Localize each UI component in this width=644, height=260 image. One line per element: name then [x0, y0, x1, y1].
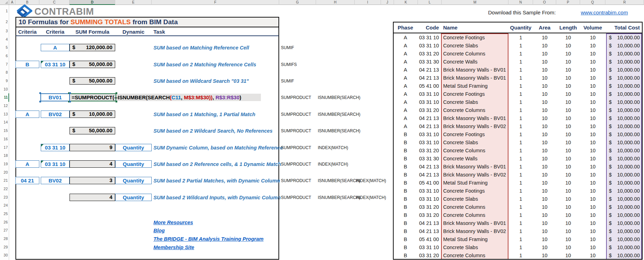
cell-code[interactable]: 04 21 13	[418, 66, 440, 74]
cell-volume[interactable]: 10	[580, 155, 605, 163]
cell-total-cost[interactable]: $10,000.00	[605, 131, 643, 139]
cell-volume[interactable]: 10	[580, 252, 605, 260]
cell-name[interactable]: Brick Masonry Walls - BV02	[440, 227, 508, 235]
function-annotation[interactable]: INDEX(MATCH)	[318, 162, 348, 167]
table-row[interactable]: A03 31 20Concrete Columns1101010$10,000.…	[393, 106, 643, 114]
row-header-10[interactable]: 10	[0, 85, 8, 94]
cell-code[interactable]: 04 21 13	[418, 74, 440, 82]
cell-name[interactable]: Concrete Footings	[440, 34, 508, 42]
function-annotation[interactable]: SUMIF	[281, 79, 294, 84]
cell-volume[interactable]: 10	[580, 227, 605, 235]
cell-code[interactable]: 04 21 13	[418, 163, 440, 171]
row-header-23[interactable]: 23	[0, 193, 8, 202]
cell-code[interactable]: 03 31 10	[418, 34, 440, 42]
cell-phase[interactable]: B	[393, 244, 418, 252]
cell-length[interactable]: 10	[556, 58, 580, 66]
function-annotation[interactable]: ISNUMBER(SEARCH)	[318, 195, 360, 200]
cell-code[interactable]: 03 31 10	[418, 42, 440, 50]
cell-area[interactable]: 10	[533, 155, 556, 163]
row-header-17[interactable]: 17	[0, 144, 8, 152]
function-annotation[interactable]: SUMPRODUCT	[281, 162, 311, 167]
cell-volume[interactable]: 10	[580, 42, 605, 50]
row-header-20[interactable]: 20	[0, 168, 8, 177]
cell-name[interactable]: Concrete Footings	[440, 187, 508, 195]
cell-name[interactable]: Concrete Footings	[440, 90, 508, 98]
cell-phase[interactable]: B	[393, 171, 418, 179]
cell-quantity[interactable]: 1	[508, 203, 533, 211]
cell-volume[interactable]: 10	[580, 34, 605, 42]
function-annotation[interactable]: SUMIF	[281, 45, 294, 50]
task-text[interactable]: SUM Dynamic Column, based on Matching Re…	[153, 144, 283, 151]
cell-phase[interactable]: B	[393, 203, 418, 211]
cell-area[interactable]: 10	[533, 195, 556, 203]
cell-name[interactable]: Concrete Slabs	[440, 42, 508, 50]
function-annotation[interactable]: SUMPRODUCT	[281, 128, 311, 133]
row-header-5[interactable]: 5	[0, 44, 8, 52]
cell-area[interactable]: 10	[533, 179, 556, 187]
column-header-Q[interactable]: Q	[580, 0, 605, 5]
function-annotation[interactable]: INDEX(MATCH)	[318, 145, 348, 150]
cell-length[interactable]: 10	[556, 74, 580, 82]
row-header-15[interactable]: 15	[0, 127, 8, 135]
cell-area[interactable]: 10	[533, 147, 556, 155]
cell-quantity[interactable]: 1	[508, 187, 533, 195]
column-header-J[interactable]: J	[381, 0, 394, 5]
function-annotation[interactable]: INDEX(MATCH)	[356, 195, 386, 200]
criteria2-cell[interactable]: 03 31 10	[41, 61, 70, 68]
cell-area[interactable]: 10	[533, 106, 556, 114]
cell-quantity[interactable]: 1	[508, 122, 533, 131]
table-row[interactable]: B03 31 20Concrete Columns1101010$10,000.…	[393, 211, 643, 219]
function-annotation[interactable]: ISNUMBER(SEARCH)	[318, 178, 360, 183]
cell-phase[interactable]: A	[393, 82, 418, 90]
cell-length[interactable]: 10	[556, 42, 580, 50]
column-header-R[interactable]: R	[605, 0, 644, 5]
cell-phase[interactable]: A	[393, 34, 418, 42]
cell-total-cost[interactable]: $10,000.00	[605, 147, 643, 155]
cell-length[interactable]: 10	[556, 131, 580, 139]
cell-length[interactable]: 10	[556, 211, 580, 219]
cell-quantity[interactable]: 1	[508, 219, 533, 227]
table-row[interactable]: A04 21 13Brick Masonry Walls - BV0111010…	[393, 74, 643, 82]
cell-area[interactable]: 10	[533, 244, 556, 252]
cell-length[interactable]: 10	[556, 106, 580, 114]
cell-total-cost[interactable]: $10,000.00	[605, 235, 643, 244]
cell-phase[interactable]: B	[393, 139, 418, 147]
cell-quantity[interactable]: 1	[508, 179, 533, 187]
cell-length[interactable]: 10	[556, 147, 580, 155]
cell-phase[interactable]: A	[393, 42, 418, 50]
column-header-H[interactable]: H	[316, 0, 355, 5]
function-annotation[interactable]: INDEX(MATCH)	[356, 178, 386, 183]
criteria2-cell[interactable]: BV02	[41, 177, 70, 184]
cell-name[interactable]: Concrete Columns	[440, 50, 508, 58]
cell-area[interactable]: 10	[533, 211, 556, 219]
cell-area[interactable]: 10	[533, 171, 556, 179]
cell-area[interactable]: 10	[533, 58, 556, 66]
cell-name[interactable]: Brick Masonry Walls - BV02	[440, 122, 508, 131]
cell-total-cost[interactable]: $10,000.00	[605, 82, 643, 90]
cell-name[interactable]: Concrete Columns	[440, 211, 508, 219]
table-row[interactable]: B03 31 30Concrete Walls1101010$10,000.00	[393, 155, 643, 163]
cell-volume[interactable]: 10	[580, 171, 605, 179]
table-row[interactable]: B04 21 13Brick Masonry Walls - BV0211010…	[393, 227, 643, 235]
cell-code[interactable]: 05 41 00	[418, 235, 440, 244]
cell-volume[interactable]: 10	[580, 114, 605, 122]
cell-area[interactable]: 10	[533, 219, 556, 227]
cell-code[interactable]: 03 31 20	[418, 211, 440, 219]
table-row[interactable]: B03 31 20Concrete Columns1101010$10,000.…	[393, 147, 643, 155]
cell-phase[interactable]: A	[393, 58, 418, 66]
cell-name[interactable]: Concrete Walls	[440, 58, 508, 66]
cell-area[interactable]: 10	[533, 122, 556, 131]
cell-area[interactable]: 10	[533, 227, 556, 235]
cell-phase[interactable]: A	[393, 66, 418, 74]
cell-name[interactable]: Brick Masonry Walls - BV01	[440, 163, 508, 171]
cell-length[interactable]: 10	[556, 50, 580, 58]
table-row[interactable]: B03 31 10Concrete Slabs1101010$10,000.00	[393, 139, 643, 147]
row-header-2[interactable]: 2	[0, 17, 8, 27]
cell-total-cost[interactable]: $10,000.00	[605, 211, 643, 219]
cell-total-cost[interactable]: $10,000.00	[605, 98, 643, 106]
row-header-14[interactable]: 14	[0, 118, 8, 127]
cell-name[interactable]: Metal Stud Framing	[440, 82, 508, 90]
cell-length[interactable]: 10	[556, 82, 580, 90]
cell-phase[interactable]: B	[393, 147, 418, 155]
cell-area[interactable]: 10	[533, 98, 556, 106]
